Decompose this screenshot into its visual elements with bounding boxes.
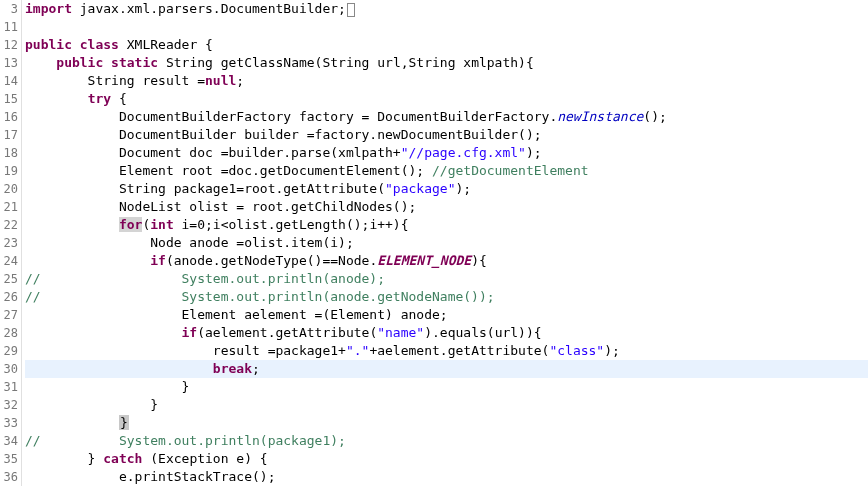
- token: [25, 325, 182, 340]
- token: [72, 37, 80, 52]
- token: [25, 361, 213, 376]
- token: DocumentBuilder builder =factory.newDocu…: [25, 127, 542, 142]
- code-line[interactable]: public class XMLReader {: [25, 36, 868, 54]
- token: [25, 217, 119, 232]
- token: XMLReader {: [119, 37, 213, 52]
- code-line[interactable]: String result =null;: [25, 72, 868, 90]
- token: );: [526, 145, 542, 160]
- token: "//page.cfg.xml": [401, 145, 526, 160]
- code-editor[interactable]: 3111213141516171819202122232425262728293…: [0, 0, 868, 486]
- line-number: 36: [0, 468, 18, 486]
- code-line[interactable]: Document doc =builder.parse(xmlpath+"//p…: [25, 144, 868, 162]
- code-line[interactable]: result =package1+"."+aelement.getAttribu…: [25, 342, 868, 360]
- token: }: [25, 379, 189, 394]
- code-line[interactable]: Node anode =olist.item(i);: [25, 234, 868, 252]
- line-number: 19: [0, 162, 18, 180]
- line-number: 31: [0, 378, 18, 396]
- token: // System.out.println(package1);: [25, 433, 346, 448]
- token: [25, 91, 88, 106]
- token: (aelement.getAttribute(: [197, 325, 377, 340]
- token: (anode.getNodeType()==Node.: [166, 253, 377, 268]
- token: ;: [236, 73, 244, 88]
- token: }: [25, 451, 103, 466]
- line-number: 23: [0, 234, 18, 252]
- code-line[interactable]: for(int i=0;i<olist.getLength();i++){: [25, 216, 868, 234]
- token: newInstance: [557, 109, 643, 124]
- code-line[interactable]: Element aelement =(Element) anode;: [25, 306, 868, 324]
- token: null: [205, 73, 236, 88]
- line-number: 16: [0, 108, 18, 126]
- code-line[interactable]: break;: [25, 360, 868, 378]
- token: import: [25, 1, 72, 16]
- code-line[interactable]: NodeList olist = root.getChildNodes();: [25, 198, 868, 216]
- code-line[interactable]: // System.out.println(anode);: [25, 270, 868, 288]
- line-number: 32: [0, 396, 18, 414]
- code-line[interactable]: if(aelement.getAttribute("name").equals(…: [25, 324, 868, 342]
- line-number: 18: [0, 144, 18, 162]
- token: }: [119, 415, 129, 430]
- line-number: 24: [0, 252, 18, 270]
- token: class: [80, 37, 119, 52]
- code-line[interactable]: }: [25, 396, 868, 414]
- token: Document doc =builder.parse(xmlpath+: [25, 145, 401, 160]
- line-number: 30: [0, 360, 18, 378]
- token: // System.out.println(anode);: [25, 271, 385, 286]
- line-number: 15: [0, 90, 18, 108]
- token: break: [213, 361, 252, 376]
- code-line[interactable]: DocumentBuilderFactory factory = Documen…: [25, 108, 868, 126]
- code-line[interactable]: // System.out.println(package1);: [25, 432, 868, 450]
- token: String result =: [25, 73, 205, 88]
- token: result =package1+: [25, 343, 346, 358]
- token: i=0;i<olist.getLength();i++){: [174, 217, 409, 232]
- token: ){: [471, 253, 487, 268]
- token: static: [111, 55, 158, 70]
- line-number: 29: [0, 342, 18, 360]
- code-area[interactable]: import javax.xml.parsers.DocumentBuilder…: [22, 0, 868, 486]
- line-number: 17: [0, 126, 18, 144]
- code-line[interactable]: }: [25, 378, 868, 396]
- token: int: [150, 217, 173, 232]
- code-line[interactable]: import javax.xml.parsers.DocumentBuilder…: [25, 0, 868, 18]
- code-line[interactable]: e.printStackTrace();: [25, 468, 868, 486]
- line-number: 35: [0, 450, 18, 468]
- token: String getClassName(String url,String xm…: [158, 55, 534, 70]
- token: public: [56, 55, 103, 70]
- token: ;: [252, 361, 260, 376]
- token: catch: [103, 451, 142, 466]
- line-number: 28: [0, 324, 18, 342]
- code-line[interactable]: } catch (Exception e) {: [25, 450, 868, 468]
- code-line[interactable]: Element root =doc.getDocumentElement(); …: [25, 162, 868, 180]
- code-line[interactable]: DocumentBuilder builder =factory.newDocu…: [25, 126, 868, 144]
- token: (Exception e) {: [142, 451, 267, 466]
- token: for: [119, 217, 142, 232]
- token: DocumentBuilderFactory factory = Documen…: [25, 109, 557, 124]
- code-line[interactable]: try {: [25, 90, 868, 108]
- token: ".": [346, 343, 369, 358]
- code-line[interactable]: public static String getClassName(String…: [25, 54, 868, 72]
- line-number-gutter: 3111213141516171819202122232425262728293…: [0, 0, 22, 486]
- token: [25, 415, 119, 430]
- token: "package": [385, 181, 455, 196]
- code-line[interactable]: String package1=root.getAttribute("packa…: [25, 180, 868, 198]
- code-line[interactable]: // System.out.println(anode.getNodeName(…: [25, 288, 868, 306]
- cursor: [347, 3, 355, 17]
- token: try: [88, 91, 111, 106]
- token: ).equals(url)){: [424, 325, 541, 340]
- token: if: [182, 325, 198, 340]
- token: +aelement.getAttribute(: [369, 343, 549, 358]
- code-line[interactable]: [25, 18, 868, 36]
- code-line[interactable]: if(anode.getNodeType()==Node.ELEMENT_NOD…: [25, 252, 868, 270]
- token: Node anode =olist.item(i);: [25, 235, 354, 250]
- line-number: 25: [0, 270, 18, 288]
- line-number: 26: [0, 288, 18, 306]
- line-number: 34: [0, 432, 18, 450]
- token: {: [111, 91, 127, 106]
- line-number: 12: [0, 36, 18, 54]
- token: public: [25, 37, 72, 52]
- code-line[interactable]: }: [25, 414, 868, 432]
- token: );: [604, 343, 620, 358]
- line-number: 22: [0, 216, 18, 234]
- token: String package1=root.getAttribute(: [25, 181, 385, 196]
- token: );: [455, 181, 471, 196]
- line-number: 20: [0, 180, 18, 198]
